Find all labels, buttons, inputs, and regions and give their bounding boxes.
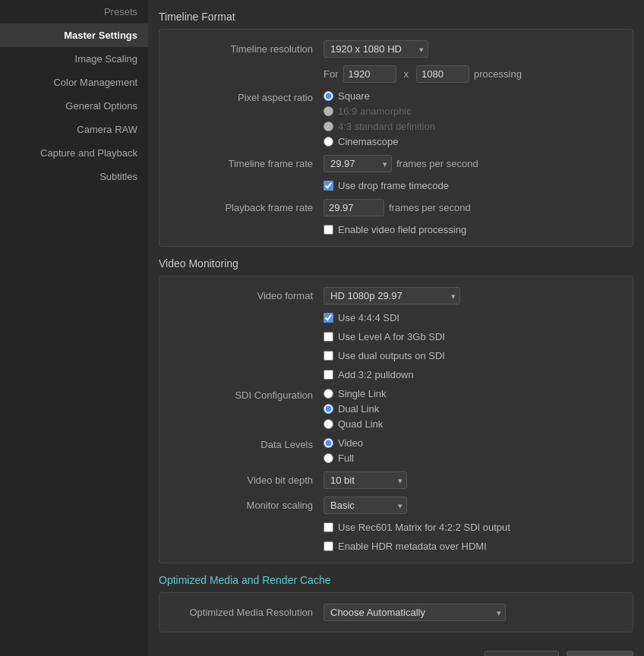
sidebar-item-master-settings[interactable]: Master Settings: [0, 24, 148, 47]
drop-frame-controls: Use drop frame timecode: [324, 180, 449, 191]
bottom-bar: Cancel Save: [159, 643, 633, 656]
dual-outputs-row: Use dual outputs on SDI: [172, 350, 620, 361]
sdi-single-link: Single Link: [324, 388, 387, 399]
aspect-square-radio[interactable]: [324, 91, 333, 101]
rec601-check-item: Use Rec601 Matrix for 4:2:2 SDI output: [324, 522, 510, 533]
optimized-media-resolution-label: Optimized Media Resolution: [172, 607, 324, 618]
pulldown-label: Add 3:2 pulldown: [338, 369, 414, 380]
frame-rate-select-wrapper: 23.976 24 25 29.97 30 50 59.94 60: [324, 155, 392, 172]
optimized-media-select-wrapper: Choose Automatically Original Half Quart…: [324, 604, 506, 621]
video-field-checkbox[interactable]: [324, 225, 333, 235]
video-monitoring-title: Video Monitoring: [159, 257, 633, 270]
video-format-controls: HD 1080p 29.97 HD 1080i 29.97 HD 720p 59…: [324, 287, 460, 304]
timeline-format-title: Timeline Format: [159, 11, 633, 23]
sdi-dual-label: Dual Link: [338, 403, 379, 415]
dual-outputs-checkbox[interactable]: [324, 351, 333, 361]
video-field-check-item: Enable video field processing: [324, 224, 466, 235]
bit-depth-select[interactable]: 8 bit 10 bit 12 bit: [324, 472, 407, 489]
bit-depth-label: Video bit depth: [172, 475, 324, 486]
timeline-resolution-controls: 1920 x 1080 HD 3840 x 2160 UHD 1280 x 72…: [324, 40, 428, 58]
use-444-sdi-row: Use 4:4:4 SDI: [172, 312, 620, 323]
monitor-scaling-select-wrapper: Basic Bilinear Sharper: [324, 497, 407, 514]
aspect-4-3-radio[interactable]: [324, 121, 333, 131]
optimized-media-resolution-row: Optimized Media Resolution Choose Automa…: [172, 604, 620, 621]
sdi-dual-radio[interactable]: [324, 404, 333, 414]
sdi-quad-radio[interactable]: [324, 419, 333, 429]
video-field-controls: Enable video field processing: [324, 224, 466, 235]
optimized-media-title: Optimized Media and Render Cache: [159, 574, 633, 586]
pixel-aspect-controls: Square 16:9 anamorphic 4:3 standard defi…: [324, 90, 435, 147]
rec601-label: Use Rec601 Matrix for 4:2:2 SDI output: [338, 522, 510, 533]
data-full-label: Full: [338, 453, 354, 464]
drop-frame-checkbox[interactable]: [324, 181, 333, 191]
timeline-resolution-label: Timeline resolution: [172, 43, 324, 55]
aspect-4-3-label: 4:3 standard definition: [338, 121, 435, 132]
level-a-label: Use Level A for 3Gb SDI: [338, 331, 445, 342]
x-separator: x: [404, 68, 409, 80]
timeline-frame-rate-label: Timeline frame rate: [172, 158, 324, 169]
pulldown-row: Add 3:2 pulldown: [172, 369, 620, 380]
aspect-16-9-label: 16:9 anamorphic: [338, 106, 412, 117]
video-field-label: Enable video field processing: [338, 224, 466, 235]
pulldown-controls: Add 3:2 pulldown: [324, 369, 414, 380]
aspect-16-9-radio[interactable]: [324, 106, 333, 116]
drop-frame-row: Use drop frame timecode: [172, 180, 620, 191]
sdi-config-label: SDI Configuration: [172, 388, 324, 401]
optimized-media-resolution-controls: Choose Automatically Original Half Quart…: [324, 604, 506, 621]
sidebar-item-image-scaling[interactable]: Image Scaling: [0, 47, 148, 71]
use-444-check-item: Use 4:4:4 SDI: [324, 312, 399, 323]
cancel-button[interactable]: Cancel: [485, 651, 559, 656]
video-format-label: Video format: [172, 290, 324, 301]
sidebar-item-general-options[interactable]: General Options: [0, 94, 148, 118]
playback-fps-label: frames per second: [389, 202, 471, 213]
save-button[interactable]: Save: [567, 651, 633, 656]
processing-controls: For x processing: [324, 65, 522, 83]
frame-rate-select[interactable]: 23.976 24 25 29.97 30 50 59.94 60: [324, 155, 392, 172]
optimized-media-select[interactable]: Choose Automatically Original Half Quart…: [324, 604, 506, 621]
height-input[interactable]: [416, 65, 469, 83]
timeline-frame-rate-row: Timeline frame rate 23.976 24 25 29.97 3…: [172, 155, 620, 172]
sidebar-item-capture-playback[interactable]: Capture and Playback: [0, 141, 148, 165]
sidebar-presets-label: Presets: [0, 0, 148, 24]
monitor-scaling-controls: Basic Bilinear Sharper: [324, 497, 407, 514]
bit-depth-row: Video bit depth 8 bit 10 bit 12 bit: [172, 472, 620, 489]
data-full-radio[interactable]: [324, 453, 333, 463]
data-levels-label: Data Levels: [172, 437, 324, 450]
video-format-select[interactable]: HD 1080p 29.97 HD 1080i 29.97 HD 720p 59…: [324, 287, 460, 304]
aspect-square: Square: [324, 90, 435, 102]
playback-frame-rate-label: Playback frame rate: [172, 202, 324, 213]
dual-outputs-controls: Use dual outputs on SDI: [324, 350, 445, 361]
playback-frame-rate-row: Playback frame rate frames per second: [172, 199, 620, 216]
sdi-quad-link: Quad Link: [324, 418, 387, 430]
dual-outputs-check-item: Use dual outputs on SDI: [324, 350, 445, 361]
pixel-aspect-row: Pixel aspect ratio Square 16:9 anamorphi…: [172, 90, 620, 147]
for-text: For: [324, 68, 339, 80]
drop-frame-label: Use drop frame timecode: [338, 180, 449, 191]
rec601-checkbox[interactable]: [324, 522, 333, 532]
video-monitoring-box: Video format HD 1080p 29.97 HD 1080i 29.…: [159, 276, 633, 563]
use-444-checkbox[interactable]: [324, 313, 333, 323]
aspect-cinemascope-radio[interactable]: [324, 137, 333, 147]
video-format-select-wrapper: HD 1080p 29.97 HD 1080i 29.97 HD 720p 59…: [324, 287, 460, 304]
use-444-controls: Use 4:4:4 SDI: [324, 312, 399, 323]
timeline-frame-rate-controls: 23.976 24 25 29.97 30 50 59.94 60 frames…: [324, 155, 478, 172]
hdr-checkbox[interactable]: [324, 541, 333, 551]
sidebar-item-color-management[interactable]: Color Management: [0, 71, 148, 94]
pulldown-checkbox[interactable]: [324, 370, 333, 380]
rec601-controls: Use Rec601 Matrix for 4:2:2 SDI output: [324, 522, 510, 533]
processing-label: processing: [474, 68, 522, 80]
data-video-radio[interactable]: [324, 438, 333, 448]
sdi-single-radio[interactable]: [324, 389, 333, 399]
sdi-config-row: SDI Configuration Single Link Dual Link …: [172, 388, 620, 430]
monitor-scaling-select[interactable]: Basic Bilinear Sharper: [324, 497, 407, 514]
sdi-dual-link: Dual Link: [324, 403, 387, 415]
level-a-checkbox[interactable]: [324, 332, 333, 342]
bit-depth-select-wrapper: 8 bit 10 bit 12 bit: [324, 472, 407, 489]
hdr-check-item: Enable HDR metadata over HDMI: [324, 541, 487, 552]
sidebar-item-subtitles[interactable]: Subtitles: [0, 165, 148, 188]
playback-rate-input[interactable]: [324, 199, 384, 216]
aspect-cinemascope: Cinemascope: [324, 136, 435, 147]
width-input[interactable]: [343, 65, 396, 83]
sidebar-item-camera-raw[interactable]: Camera RAW: [0, 118, 148, 141]
timeline-resolution-select[interactable]: 1920 x 1080 HD 3840 x 2160 UHD 1280 x 72…: [324, 40, 428, 58]
